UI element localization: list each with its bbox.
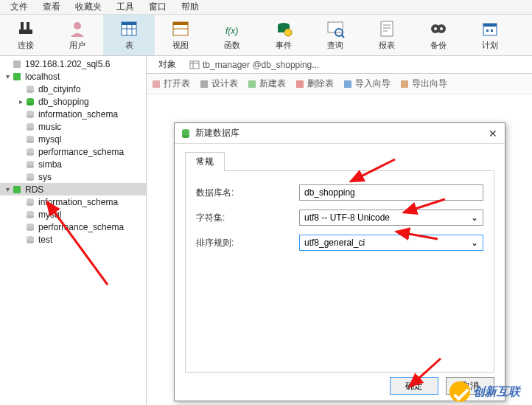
db-gray-icon	[25, 222, 35, 232]
toolbar-label: 连接	[18, 40, 34, 51]
database-icon	[181, 128, 191, 139]
subtoolbar-button[interactable]: 删除表	[295, 77, 334, 90]
toolbar-fx-button[interactable]: f(x)函数	[206, 15, 258, 55]
tab-objects[interactable]: 对象	[151, 57, 183, 72]
tree-item[interactable]: mysql	[0, 208, 146, 221]
subtoolbar-label: 导出向导	[412, 77, 447, 90]
table-icon	[119, 19, 139, 38]
menu-item[interactable]: 工具	[109, 1, 141, 13]
svg-rect-2	[19, 30, 32, 34]
tree-label: performance_schema	[38, 222, 124, 232]
tree-item[interactable]: music	[0, 120, 146, 133]
tab-table[interactable]: tb_manager @db_shopping...	[189, 60, 319, 70]
subtoolbar-button[interactable]: 导入向导	[343, 77, 391, 90]
svg-point-60	[27, 203, 34, 206]
subtoolbar-button[interactable]: 导出向导	[399, 77, 447, 90]
tree-item[interactable]: information_schema	[0, 108, 146, 120]
toolbar-view-button[interactable]: 视图	[155, 15, 206, 55]
svg-text:f(x): f(x)	[225, 26, 238, 36]
svg-point-41	[27, 115, 34, 118]
svg-rect-30	[491, 30, 493, 32]
menu-bar: 文件查看收藏夹工具窗口帮助	[0, 0, 532, 15]
subtoolbar-button[interactable]: 设计表	[199, 77, 238, 90]
tree-item[interactable]: db_cityinfo	[0, 83, 146, 95]
menu-item[interactable]: 窗口	[141, 1, 174, 13]
db-name-label: 数据库名:	[196, 187, 299, 199]
toolbar-report-button[interactable]: 报表	[361, 15, 413, 55]
chevron-down-icon: ⌄	[471, 238, 478, 248]
svg-point-69	[27, 240, 34, 243]
tree-item[interactable]: test	[0, 233, 146, 246]
toolbar-schedule-button[interactable]: 计划	[464, 15, 516, 55]
charset-select[interactable]: utf8 -- UTF-8 Unicode ⌄	[299, 210, 483, 226]
toolbar-plug-button[interactable]: 连接	[0, 15, 52, 55]
charset-value: utf8 -- UTF-8 Unicode	[304, 212, 390, 223]
tree-label: localhost	[25, 72, 60, 82]
toolbar-backup-button[interactable]: 备份	[413, 15, 464, 55]
menu-item[interactable]: 帮助	[174, 1, 206, 13]
backup-icon	[429, 19, 448, 38]
tree-label: test	[38, 235, 52, 245]
svg-point-66	[27, 228, 34, 231]
action-icon	[295, 79, 305, 89]
svg-rect-76	[296, 80, 304, 88]
db-name-input[interactable]	[299, 184, 483, 201]
subtoolbar-label: 导入向导	[355, 77, 391, 90]
toolbar-user-button[interactable]: 用户	[52, 15, 103, 55]
toolbar-label: 视图	[172, 40, 189, 51]
tree-item[interactable]: simba	[0, 158, 146, 170]
tree-label: performance_schema	[38, 147, 124, 157]
tree-item[interactable]: mysql	[0, 133, 146, 145]
menu-item[interactable]: 收藏夹	[68, 1, 109, 13]
tree-item[interactable]: performance_schema	[0, 145, 146, 158]
db-gray-icon	[25, 235, 35, 245]
tree-item[interactable]: ▾localhost	[0, 70, 146, 83]
ok-button[interactable]: 确定	[390, 377, 438, 395]
tree-item[interactable]: ▾RDS	[0, 183, 146, 195]
tree-label: sys	[38, 172, 52, 182]
svg-rect-10	[173, 22, 188, 25]
expand-chevron-icon: ▸	[16, 97, 25, 105]
tree-item[interactable]: performance_schema	[0, 221, 146, 233]
new-database-dialog: 新建数据库 ✕ 常规 数据库名: 字符集: utf8 -- UTF-8 Unic…	[174, 122, 505, 401]
event-icon	[274, 19, 293, 38]
db-gray-icon	[25, 197, 35, 207]
toolbar-table-button[interactable]: 表	[103, 15, 155, 55]
tab-general[interactable]: 常规	[185, 152, 225, 171]
collate-select[interactable]: utf8_general_ci ⌄	[299, 235, 483, 251]
svg-rect-74	[200, 80, 208, 88]
svg-rect-70	[190, 61, 199, 69]
tree-item[interactable]: ▸db_shopping	[0, 95, 146, 108]
tree-label: RDS	[25, 184, 43, 195]
watermark-icon	[449, 381, 470, 402]
tree-label: simba	[38, 159, 62, 170]
toolbar-label: 表	[125, 40, 133, 51]
db-gray-icon	[25, 172, 35, 182]
user-icon	[68, 19, 87, 38]
watermark-text: 创新互联	[473, 384, 520, 400]
sub-toolbar: 打开表设计表新建表删除表导入向导导出向导	[147, 74, 532, 94]
svg-point-53	[27, 165, 34, 168]
view-icon	[171, 19, 190, 38]
toolbar-event-button[interactable]: 事件	[258, 15, 309, 55]
action-icon	[247, 79, 257, 89]
subtoolbar-label: 删除表	[307, 77, 334, 90]
subtoolbar-button[interactable]: 打开表	[151, 77, 190, 90]
db-gray-icon	[25, 84, 35, 94]
db-gray-icon	[25, 109, 35, 120]
menu-item[interactable]: 文件	[3, 1, 35, 13]
close-icon[interactable]: ✕	[487, 128, 499, 139]
svg-rect-28	[483, 24, 497, 27]
tree-item[interactable]: sys	[0, 170, 146, 183]
subtoolbar-button[interactable]: 新建表	[247, 77, 286, 90]
svg-rect-73	[153, 80, 160, 88]
svg-rect-29	[486, 30, 489, 32]
svg-point-38	[27, 103, 34, 105]
schedule-icon	[480, 19, 500, 38]
toolbar-query-button[interactable]: 查询	[309, 15, 361, 55]
tree-item[interactable]: information_schema	[0, 195, 146, 208]
menu-item[interactable]: 查看	[35, 1, 68, 13]
svg-rect-31	[13, 60, 21, 68]
svg-point-44	[27, 128, 34, 131]
tree-item[interactable]: 192.168.1.202_sql5.6	[0, 58, 146, 70]
